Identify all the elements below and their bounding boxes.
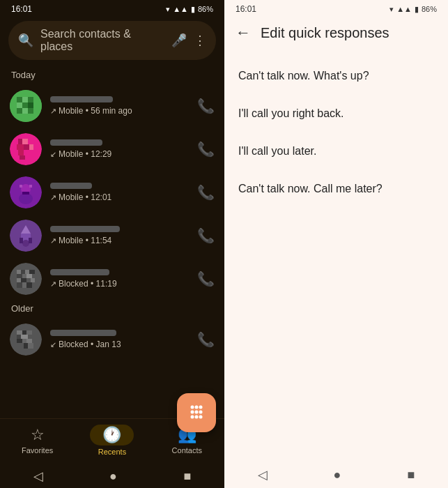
svg-rect-45 — [26, 282, 32, 288]
dialpad-fab[interactable] — [177, 393, 216, 432]
svg-rect-56 — [17, 343, 24, 349]
response-item-3[interactable]: I'll call you later. — [224, 132, 448, 170]
nav-item-favorites[interactable]: ☆ Favorites — [0, 426, 75, 455]
contact-name-bar — [50, 226, 120, 232]
back-system-btn[interactable]: ◁ — [33, 468, 43, 484]
svg-rect-15 — [29, 144, 33, 150]
avatar-image — [10, 323, 42, 356]
signal-icon: ▲▲ — [173, 5, 188, 13]
svg-rect-9 — [28, 108, 33, 114]
phone-icon[interactable]: 📞 — [197, 98, 215, 114]
favorites-label: Favorites — [22, 446, 53, 455]
right-status-bar: 16:01 ▾ ▲▲ ▮ 86% — [224, 0, 448, 17]
call-detail-text: Mobile • 56 min ago — [59, 106, 132, 116]
search-icon: 🔍 — [18, 33, 33, 48]
svg-point-67 — [199, 415, 203, 419]
svg-rect-40 — [21, 278, 26, 282]
call-item[interactable]: ↗ Mobile • 12:01 📞 — [0, 171, 224, 214]
phone-icon[interactable]: 📞 — [197, 270, 215, 287]
phone-icon[interactable]: 📞 — [197, 184, 215, 201]
avatar-image — [10, 220, 42, 252]
svg-rect-8 — [22, 108, 28, 114]
call-detail-text: Mobile • 11:54 — [59, 236, 111, 245]
call-info: ↗ Mobile • 11:54 — [50, 226, 189, 245]
system-nav-right: ◁ ● ■ — [224, 460, 448, 488]
avatar-image — [10, 90, 42, 122]
svg-rect-58 — [28, 343, 33, 349]
right-recents-system-btn[interactable]: ■ — [408, 468, 415, 482]
call-item[interactable]: ↗ Mobile • 56 min ago 📞 — [0, 84, 224, 128]
svg-rect-47 — [17, 330, 22, 335]
svg-rect-29 — [20, 238, 23, 243]
battery-icon: ▮ — [191, 5, 195, 14]
phone-icon[interactable]: 📞 — [197, 331, 215, 348]
more-options-icon[interactable]: ⋮ — [194, 33, 206, 48]
battery-pct: 86% — [198, 5, 213, 13]
svg-rect-50 — [17, 335, 21, 339]
call-direction-icon: ↗ — [50, 107, 56, 116]
wifi-icon: ▾ — [166, 5, 170, 14]
svg-point-21 — [19, 193, 33, 204]
call-detail: ↙ Blocked • Jan 13 — [50, 340, 189, 349]
svg-point-62 — [191, 411, 194, 414]
call-detail-text: Blocked • 11:19 — [59, 279, 117, 289]
right-home-system-btn[interactable]: ● — [334, 468, 341, 482]
call-item[interactable]: ↗ Mobile • 11:54 📞 — [0, 214, 224, 257]
avatar-image — [10, 176, 42, 208]
right-back-system-btn[interactable]: ◁ — [258, 467, 268, 482]
response-item-4[interactable]: Can't talk now. Call me later? — [224, 170, 448, 208]
contacts-label: Contacts — [172, 446, 202, 455]
quick-responses-list: Can't talk now. What's up? I'll call you… — [224, 52, 448, 460]
svg-rect-16 — [18, 150, 24, 155]
right-panel: 16:01 ▾ ▲▲ ▮ 86% ← Edit quick responses … — [224, 0, 448, 488]
mic-icon[interactable]: 🎤 — [171, 33, 187, 48]
svg-rect-35 — [29, 270, 35, 274]
svg-rect-37 — [22, 274, 26, 278]
call-direction-icon: ↗ — [50, 280, 56, 289]
svg-rect-52 — [28, 335, 33, 339]
call-list: Today ↗ — [0, 67, 224, 418]
search-input[interactable]: Search contacts & places — [40, 28, 164, 53]
nav-item-recents[interactable]: 🕐 Recents — [75, 425, 149, 456]
section-older: Older — [0, 300, 224, 318]
svg-rect-49 — [26, 330, 32, 335]
call-info: ↗ Mobile • 12:01 — [50, 183, 189, 202]
response-item-2[interactable]: I'll call you right back. — [224, 95, 448, 132]
avatar-image — [10, 263, 42, 295]
svg-rect-39 — [17, 278, 21, 282]
call-item[interactable]: ↙ Mobile • 12:29 📞 — [0, 128, 224, 171]
call-detail: ↗ Mobile • 11:54 — [50, 236, 189, 245]
back-button[interactable]: ← — [235, 24, 251, 42]
phone-icon[interactable]: 📞 — [197, 227, 215, 244]
left-status-icons: ▾ ▲▲ ▮ 86% — [166, 5, 213, 14]
svg-rect-57 — [24, 343, 28, 349]
svg-point-63 — [195, 411, 199, 414]
avatar — [10, 220, 42, 252]
svg-rect-33 — [21, 270, 25, 274]
call-direction-icon: ↙ — [50, 340, 56, 349]
call-info: ↙ Mobile • 12:29 — [50, 139, 189, 159]
recents-icon: 🕐 — [102, 426, 121, 443]
svg-rect-34 — [25, 270, 29, 274]
svg-rect-22 — [20, 185, 22, 188]
recents-icon-wrap: 🕐 — [90, 425, 134, 445]
contact-name-bar — [50, 139, 102, 146]
svg-point-59 — [191, 406, 194, 409]
call-detail-text: Mobile • 12:01 — [59, 192, 111, 202]
svg-rect-13 — [17, 144, 24, 150]
call-info: ↙ Blocked • Jan 13 — [50, 330, 189, 349]
left-time: 16:01 — [11, 4, 32, 14]
recents-system-btn[interactable]: ■ — [183, 469, 191, 484]
phone-icon[interactable]: 📞 — [197, 141, 215, 158]
svg-rect-6 — [28, 102, 33, 108]
svg-rect-36 — [17, 274, 22, 278]
call-item[interactable]: ↗ Blocked • 11:19 📞 — [0, 257, 224, 300]
search-bar[interactable]: 🔍 Search contacts & places 🎤 ⋮ — [8, 21, 216, 60]
svg-rect-7 — [17, 108, 22, 114]
home-system-btn[interactable]: ● — [109, 469, 117, 484]
response-item-1[interactable]: Can't talk now. What's up? — [224, 57, 448, 95]
svg-rect-48 — [22, 330, 26, 335]
avatar — [10, 323, 42, 356]
left-status-bar: 16:01 ▾ ▲▲ ▮ 86% — [0, 0, 224, 17]
call-item[interactable]: ↙ Blocked • Jan 13 📞 — [0, 318, 224, 361]
